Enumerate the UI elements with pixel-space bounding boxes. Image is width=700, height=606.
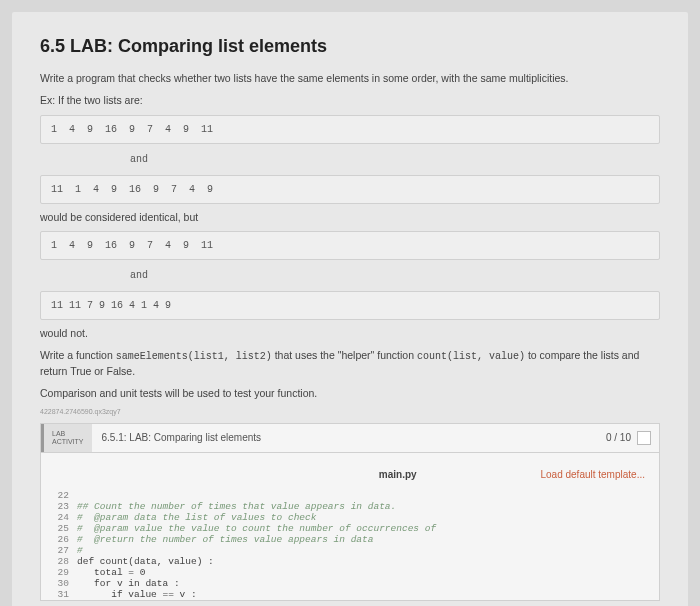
code-inline: sameElements(list1, list2) bbox=[116, 351, 272, 362]
lab-tag-line1: LAB bbox=[52, 430, 84, 438]
and-separator-2: and bbox=[40, 266, 660, 285]
code-line[interactable]: 28def count(data, value) : bbox=[55, 556, 645, 567]
page-title: 6.5 LAB: Comparing list elements bbox=[40, 36, 660, 57]
line-number: 25 bbox=[55, 523, 77, 534]
line-number: 22 bbox=[55, 490, 77, 501]
line-number: 30 bbox=[55, 578, 77, 589]
line-number: 23 bbox=[55, 501, 77, 512]
score-text: 0 / 10 bbox=[606, 432, 631, 443]
lab-title: 6.5.1: LAB: Comparing list elements bbox=[92, 424, 606, 452]
code-example-1: 1 4 9 16 9 7 4 9 11 bbox=[40, 115, 660, 144]
description-2: Ex: If the two lists are: bbox=[40, 93, 660, 109]
description-1: Write a program that checks whether two … bbox=[40, 71, 660, 87]
code-example-2: 11 1 4 9 16 9 7 4 9 bbox=[40, 175, 660, 204]
code-line[interactable]: 22 bbox=[55, 490, 645, 501]
description-6: Comparison and unit tests will be used t… bbox=[40, 386, 660, 402]
score-box-icon bbox=[637, 431, 651, 445]
and-separator-1: and bbox=[40, 150, 660, 169]
code-example-4: 11 11 7 9 16 4 1 4 9 bbox=[40, 291, 660, 320]
code-editor[interactable]: 2223## Count the number of times that va… bbox=[55, 490, 645, 600]
filename-label: main.py bbox=[379, 469, 417, 480]
description-4: would not. bbox=[40, 326, 660, 342]
load-default-link[interactable]: Load default template... bbox=[540, 469, 645, 480]
lab-header: LAB ACTIVITY 6.5.1: LAB: Comparing list … bbox=[40, 423, 660, 453]
code-text[interactable]: total = 0 bbox=[77, 567, 145, 578]
code-text[interactable]: ## Count the number of times that value … bbox=[77, 501, 396, 512]
editor-toolbar: main.py Load default template... bbox=[55, 463, 645, 490]
code-line[interactable]: 30 for v in data : bbox=[55, 578, 645, 589]
line-number: 29 bbox=[55, 567, 77, 578]
description-5: Write a function sameElements(list1, lis… bbox=[40, 348, 660, 380]
code-text[interactable]: def count(data, value) : bbox=[77, 556, 214, 567]
lab-tag-line2: ACTIVITY bbox=[52, 438, 84, 446]
line-number: 31 bbox=[55, 589, 77, 600]
text-fragment: Write a function bbox=[40, 349, 116, 361]
description-3: would be considered identical, but bbox=[40, 210, 660, 226]
page-container: 6.5 LAB: Comparing list elements Write a… bbox=[12, 12, 688, 606]
code-text[interactable]: # bbox=[77, 545, 83, 556]
lab-score: 0 / 10 bbox=[606, 424, 659, 452]
code-line[interactable]: 27# bbox=[55, 545, 645, 556]
code-line[interactable]: 29 total = 0 bbox=[55, 567, 645, 578]
line-number: 28 bbox=[55, 556, 77, 567]
code-line[interactable]: 25# @param value the value to count the … bbox=[55, 523, 645, 534]
line-number: 24 bbox=[55, 512, 77, 523]
editor-area: main.py Load default template... 2223## … bbox=[40, 453, 660, 601]
code-text[interactable]: # @param data the list of values to chec… bbox=[77, 512, 316, 523]
code-text[interactable]: # @param value the value to count the nu… bbox=[77, 523, 436, 534]
code-text[interactable]: for v in data : bbox=[77, 578, 180, 589]
lab-tag: LAB ACTIVITY bbox=[41, 424, 92, 452]
code-line[interactable]: 31 if value == v : bbox=[55, 589, 645, 600]
code-example-3: 1 4 9 16 9 7 4 9 11 bbox=[40, 231, 660, 260]
code-line[interactable]: 26# @return the number of times value ap… bbox=[55, 534, 645, 545]
line-number: 27 bbox=[55, 545, 77, 556]
text-fragment: that uses the "helper" function bbox=[272, 349, 417, 361]
code-inline: count(list, value) bbox=[417, 351, 525, 362]
tiny-id: 422874.2746590.qx3zqy7 bbox=[40, 408, 660, 415]
line-number: 26 bbox=[55, 534, 77, 545]
code-line[interactable]: 23## Count the number of times that valu… bbox=[55, 501, 645, 512]
code-line[interactable]: 24# @param data the list of values to ch… bbox=[55, 512, 645, 523]
code-text[interactable]: # @return the number of times value appe… bbox=[77, 534, 373, 545]
code-text[interactable]: if value == v : bbox=[77, 589, 197, 600]
